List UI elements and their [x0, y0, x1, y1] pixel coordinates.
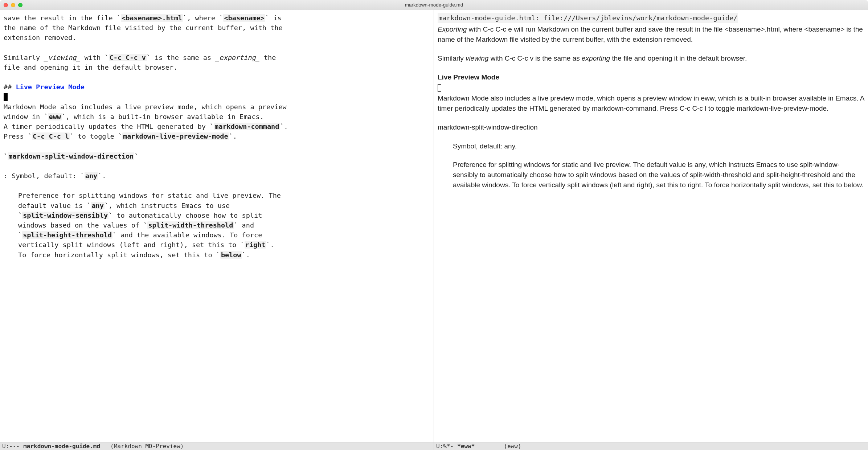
- emacs-window: markdown-mode-guide.md save the result i…: [0, 0, 868, 450]
- preview-text: markdown-split-window-direction: [438, 122, 864, 132]
- md-text: `.: [280, 123, 288, 130]
- md-text: ` to toggle `: [70, 132, 122, 140]
- md-text: A timer periodically updates the HTML ge…: [4, 123, 214, 130]
- md-code: markdown-command: [214, 123, 279, 130]
- md-text: : Symbol, default: `: [4, 172, 85, 180]
- md-text: `: [18, 212, 22, 219]
- titlebar: markdown-mode-guide.md: [0, 0, 868, 10]
- text-cursor: [4, 93, 8, 101]
- md-code: C-c C-c l: [33, 132, 69, 140]
- preview-heading: Live Preview Mode: [438, 72, 864, 82]
- md-code: split-height-threshold: [23, 231, 112, 239]
- md-heading: Live Preview Mode: [16, 83, 84, 91]
- preview-text: Markdown Mode also includes a live previ…: [438, 93, 864, 114]
- md-text: Markdown Mode also includes a live previ…: [4, 102, 430, 112]
- md-code: <basename>.html: [122, 14, 182, 22]
- md-text: `: [18, 231, 22, 239]
- md-text: `, where `: [183, 14, 223, 22]
- md-code: right: [245, 241, 266, 249]
- md-text: `, which instructs Emacs to use: [105, 202, 230, 209]
- md-text: Similarly: [4, 54, 44, 61]
- md-code: markdown-split-window-direction: [8, 152, 134, 160]
- md-heading-marker: ##: [4, 83, 16, 91]
- md-code: any: [85, 172, 97, 180]
- md-text: ` is: [265, 14, 282, 22]
- md-text: ` and: [234, 221, 254, 229]
- left-modeline[interactable]: U:--- markdown-mode-guide.md (Markdown M…: [0, 442, 434, 450]
- preview-text: with C-c C-c v is the same as: [488, 54, 582, 62]
- left-pane: save the result in the file `<basename>.…: [0, 10, 434, 450]
- inactive-cursor: [438, 84, 441, 92]
- maximize-button[interactable]: [18, 3, 22, 7]
- window-title: markdown-mode-guide.md: [0, 2, 868, 8]
- md-text: `.: [242, 251, 250, 259]
- md-text: Press `: [4, 132, 32, 140]
- md-text: vertically split windows (left and right…: [18, 241, 245, 249]
- modeline-mode: (eww): [504, 443, 521, 450]
- preview-text: the file and opening it in the default b…: [610, 54, 747, 62]
- split-container: save the result in the file `<basename>.…: [0, 10, 868, 450]
- md-text: `, which is a built-in browser available…: [62, 113, 264, 120]
- md-code: markdown-live-preview-mode: [123, 132, 228, 140]
- md-text: ` to automatically choose how to split: [108, 212, 262, 219]
- preview-text: with C-c C-c e will run Markdown on the …: [438, 25, 863, 43]
- md-code: eww: [49, 113, 61, 120]
- close-button[interactable]: [4, 3, 8, 7]
- md-code: split-window-sensibly: [23, 212, 108, 219]
- modeline-buffer-name: markdown-mode-guide.md: [23, 443, 100, 450]
- markdown-source-buffer[interactable]: save the result in the file `<basename>.…: [0, 10, 434, 442]
- right-pane: markdown-mode-guide.html: file:///Users/…: [434, 10, 868, 450]
- md-text: `: [134, 152, 138, 160]
- md-code: below: [221, 251, 241, 259]
- right-modeline[interactable]: U:%*- *eww* (eww): [434, 442, 868, 450]
- eww-preview-buffer[interactable]: markdown-mode-guide.html: file:///Users/…: [434, 10, 868, 442]
- modeline-status: U:%*-: [436, 443, 454, 450]
- preview-italic: Exporting: [438, 25, 467, 33]
- modeline-buffer-name: *eww*: [457, 443, 475, 450]
- traffic-lights: [4, 3, 22, 7]
- md-text: with `: [81, 54, 109, 61]
- md-code: split-width-threshold: [148, 221, 233, 229]
- md-text: ` and the available windows. To force: [112, 231, 262, 239]
- preview-italic: viewing: [466, 54, 488, 62]
- modeline-status: U:---: [2, 443, 20, 450]
- md-text: window in `: [4, 113, 48, 120]
- md-italic: _viewing_: [44, 54, 80, 61]
- md-text: `.: [98, 172, 106, 180]
- md-text: extension removed.: [4, 33, 430, 42]
- md-text: To force horizontally split windows, set…: [18, 251, 220, 259]
- md-text: the: [260, 54, 276, 61]
- md-text: `.: [229, 132, 237, 140]
- preview-text: Symbol, default: any.: [438, 141, 864, 151]
- md-text: save the result in the file `: [4, 14, 121, 22]
- preview-text: Similarly: [438, 54, 466, 62]
- md-italic: _exporting_: [215, 54, 260, 61]
- md-text: `: [4, 152, 8, 160]
- md-text: the name of the Markdown file visited by…: [4, 23, 430, 33]
- md-text: file and opening it in the default brows…: [4, 62, 430, 72]
- md-text: `.: [266, 241, 274, 249]
- md-code: C-c C-c v: [110, 54, 146, 61]
- md-text: windows based on the values of `: [18, 221, 147, 229]
- md-text: ` is the same as: [147, 54, 215, 61]
- md-code: <basename>: [224, 14, 264, 22]
- md-text: Preference for splitting windows for sta…: [4, 191, 430, 200]
- modeline-mode: (Markdown MD-Preview): [110, 443, 184, 450]
- minimize-button[interactable]: [11, 3, 15, 7]
- md-code: any: [91, 202, 103, 209]
- preview-text: Preference for splitting windows for sta…: [438, 160, 864, 190]
- eww-url-bar: markdown-mode-guide.html: file:///Users/…: [438, 13, 738, 23]
- preview-italic: exporting: [582, 54, 610, 62]
- md-text: default value is `: [18, 202, 91, 209]
